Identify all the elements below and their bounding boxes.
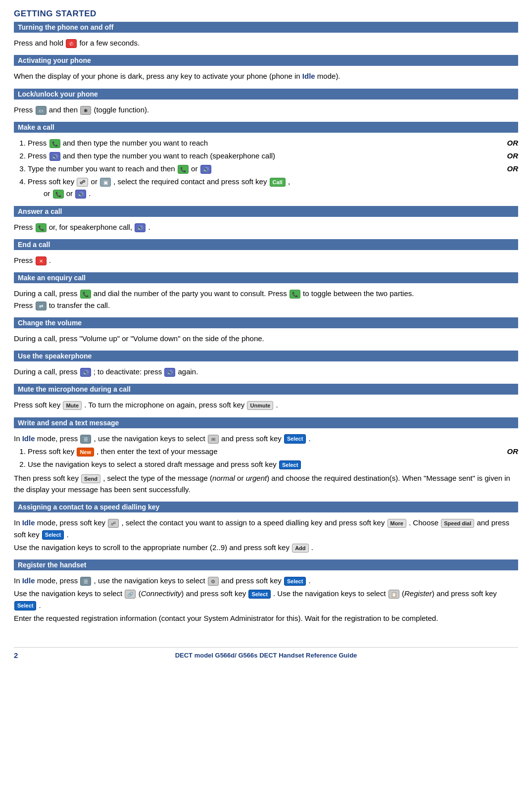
- section-header-lock: Lock/unlock your phone: [14, 89, 518, 100]
- select-btn-text2: Select: [279, 460, 301, 469]
- or-label-2: OR: [498, 150, 518, 162]
- section-body-end: Press ✕ .: [14, 253, 518, 269]
- select-btn-register: Select: [284, 577, 306, 586]
- speaker-key-use1: 🔊: [80, 368, 91, 377]
- menu-key-register: ☰: [80, 577, 91, 586]
- register-icon: 📋: [388, 590, 399, 599]
- select-btn-connectivity: Select: [248, 590, 270, 599]
- or-label-1: OR: [498, 137, 518, 149]
- idle-speeddial-label: Idle: [22, 518, 35, 527]
- contacts-btn: ☍: [77, 178, 88, 187]
- phone-key-3: 📞: [53, 190, 64, 199]
- phone-key-answer: 📞: [36, 223, 47, 232]
- connectivity-icon: 🔗: [125, 590, 136, 599]
- star-key-icon: ✱: [80, 106, 91, 115]
- section-header-answer: Answer a call: [14, 206, 518, 217]
- section-body-activating: When the display of your phone is dark, …: [14, 68, 518, 85]
- section-header-volume: Change the volume: [14, 317, 518, 328]
- section-header-turning: Turning the phone on and off: [14, 22, 518, 33]
- footer-page-number: 2: [14, 651, 18, 659]
- mute-btn: Mute: [63, 401, 82, 410]
- section-header-speakerphone: Use the speakerphone: [14, 351, 518, 361]
- new-btn: New: [77, 448, 94, 456]
- footer: 2 DECT model G566d/ G566s DECT Handset R…: [14, 652, 518, 659]
- section-body-enquiry: During a call, press 📞 and dial the numb…: [14, 286, 518, 314]
- speaker-key-use2: 🔊: [164, 368, 175, 377]
- section-body-turning: Press and hold ✆ for a few seconds.: [14, 35, 518, 52]
- select-btn-register2: Select: [14, 601, 36, 610]
- or-label-3: OR: [498, 163, 518, 175]
- phone-key-enquiry1: 📞: [80, 290, 91, 299]
- section-header-speeddial: Assigning a contact to a speed dialling …: [14, 502, 518, 512]
- make-call-item-1: Press 📞 and then type the number you wan…: [28, 137, 208, 149]
- footer-text: DECT model G566d/ G566s DECT Handset Ref…: [175, 652, 357, 659]
- register-label: Register: [404, 589, 432, 598]
- make-call-item-3: Type the number you want to reach and th…: [28, 163, 212, 175]
- text-item-1: Press soft key New , then enter the text…: [28, 446, 217, 457]
- section-header-make-call: Make a call: [14, 122, 518, 133]
- urgent-label: urgent: [246, 474, 267, 482]
- more-btn: More: [387, 519, 406, 528]
- end-key-icon: ✆: [66, 39, 77, 48]
- section-body-text: In Idle mode, press ☰ , use the navigati…: [14, 431, 518, 499]
- phone-key-2: 📞: [178, 165, 189, 174]
- contacts-icon-speeddial: ☍: [108, 519, 119, 528]
- settings-icon: ⚙: [208, 577, 219, 586]
- section-body-speakerphone: During a call, press 🔊 ; to deactivate: …: [14, 364, 518, 381]
- speaker-key-1: 🔊: [49, 152, 60, 161]
- section-header-text: Write and send a text message: [14, 417, 518, 428]
- section-body-mute: Press soft key Mute . To turn the microp…: [14, 397, 518, 414]
- select-btn-speeddial: Select: [42, 530, 64, 539]
- nav-key: ▣: [100, 178, 111, 187]
- section-header-activating: Activating your phone: [14, 55, 518, 66]
- connectivity-label: Connectivity: [141, 589, 182, 598]
- call-btn: Call: [270, 178, 286, 187]
- section-body-lock: Press ▭ and then ✱ (toggle function).: [14, 102, 518, 119]
- menu-key-text: ☰: [80, 435, 91, 444]
- phone-key-1: 📞: [49, 139, 60, 148]
- speeddial-btn: Speed dial: [441, 519, 474, 528]
- speaker-key-answer: 🔊: [135, 223, 145, 232]
- send-btn: Send: [81, 474, 100, 483]
- text-item-2: Use the navigation keys to select a stor…: [28, 460, 301, 468]
- section-header-mute: Mute the microphone during a call: [14, 384, 518, 395]
- make-call-item-2: Press 🔊 and then type the number you wan…: [28, 150, 275, 162]
- idle-text-label: Idle: [22, 434, 35, 443]
- speaker-key-2: 🔊: [200, 165, 211, 174]
- transfer-key: ⇄: [36, 302, 47, 310]
- msg-icon: ✉: [208, 435, 219, 444]
- end-key-end: ✕: [36, 256, 47, 265]
- section-header-register: Register the handset: [14, 559, 518, 570]
- section-body-register: In Idle mode, press ☰ , use the navigati…: [14, 573, 518, 627]
- speaker-key-3: 🔊: [75, 190, 86, 199]
- section-body-make-call: Press 📞 and then type the number you wan…: [14, 135, 518, 203]
- idle-register-label: Idle: [22, 576, 35, 585]
- or-label-text-1: OR: [498, 446, 518, 457]
- phone-key-enquiry2: 📞: [290, 290, 300, 299]
- make-call-item-4: Press soft key ☍ or ▣ , select the requi…: [28, 176, 518, 200]
- section-header-end: End a call: [14, 239, 518, 250]
- add-btn: Add: [292, 544, 308, 553]
- soft-key-icon: ▭: [36, 106, 47, 115]
- section-body-volume: During a call, press "Volume up" or "Vol…: [14, 331, 518, 348]
- section-body-speeddial: In Idle mode, press soft key ☍ , select …: [14, 515, 518, 557]
- unmute-btn: Unmute: [247, 401, 273, 410]
- select-btn-text: Select: [284, 434, 306, 443]
- section-header-enquiry: Make an enquiry call: [14, 272, 518, 283]
- idle-label: Idle: [302, 72, 315, 80]
- page-title: GETTING STARTED: [14, 9, 518, 19]
- section-body-answer: Press 📞 or, for speakerphone call, 🔊 .: [14, 219, 518, 236]
- normal-label: normal: [212, 474, 235, 482]
